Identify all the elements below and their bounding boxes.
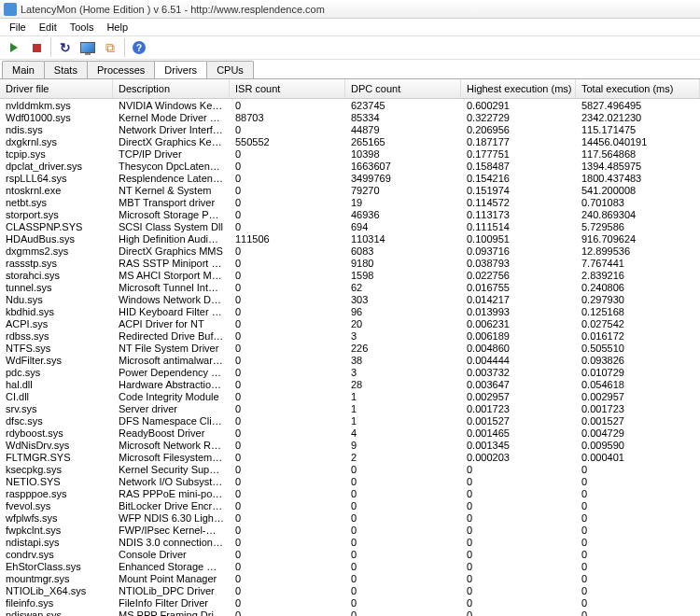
- table-row[interactable]: Ndu.sysWindows Network Data Usa...03030.…: [0, 293, 700, 305]
- cell-isr: 0: [230, 197, 345, 208]
- cell-desc: TCP/IP Driver: [113, 148, 230, 160]
- column-header[interactable]: DPC count: [345, 79, 461, 98]
- table-row[interactable]: FLTMGR.SYSMicrosoft Filesystem Filter Ma…: [0, 451, 700, 463]
- reload-button[interactable]: ↻: [55, 37, 76, 58]
- help-button[interactable]: ?: [129, 37, 149, 58]
- table-row[interactable]: ksecpkg.sysKernel Security Support Pro..…: [0, 463, 700, 475]
- cell-hi: 0.038793: [461, 258, 576, 269]
- tab-drivers[interactable]: Drivers: [154, 61, 207, 78]
- table-row[interactable]: dfsc.sysDFS Namespace Client Driver010.0…: [0, 414, 700, 427]
- table-row[interactable]: wfplwfs.sysWFP NDIS 6.30 Lightweight ...…: [0, 511, 700, 524]
- table-row[interactable]: EhStorClass.sysEnhanced Storage Class dr…: [0, 560, 700, 572]
- stop-button[interactable]: [26, 37, 47, 58]
- table-row[interactable]: Wdf01000.sysKernel Mode Driver Framew...…: [0, 111, 700, 123]
- cell-tot: 0.001723: [576, 403, 700, 414]
- monitor-button[interactable]: [77, 37, 98, 58]
- cell-isr: 0: [230, 270, 345, 281]
- column-header[interactable]: Total execution (ms): [576, 79, 700, 98]
- cell-isr: 0: [230, 573, 345, 584]
- table-row[interactable]: HDAudBus.sysHigh Definition Audio Bus Dr…: [0, 232, 700, 245]
- column-header[interactable]: Highest execution (ms): [461, 79, 576, 98]
- table-row[interactable]: fileinfo.sysFileInfo Filter Driver0000: [0, 596, 700, 609]
- cell-isr: 0: [230, 318, 345, 329]
- table-row[interactable]: tunnel.sysMicrosoft Tunnel Interface D..…: [0, 281, 700, 293]
- cell-dpc: 85334: [345, 112, 461, 123]
- cell-dpc: 1: [345, 391, 461, 402]
- table-row[interactable]: nvlddmkm.sysNVIDIA Windows Kernel Mod...…: [0, 99, 700, 111]
- cell-desc: MS AHCI Storport Miniport D...: [113, 270, 230, 281]
- table-row[interactable]: ndistapi.sysNDIS 3.0 connection wrapp...…: [0, 536, 700, 548]
- cell-isr: 0: [230, 500, 345, 511]
- column-header[interactable]: Description: [113, 79, 230, 98]
- table-row[interactable]: rassstp.sysRAS SSTP Miniport Call Mana..…: [0, 257, 700, 269]
- cell-dpc: 3: [345, 367, 461, 378]
- cell-file: netbt.sys: [0, 197, 113, 208]
- cell-isr: 0: [230, 330, 345, 342]
- processes-button[interactable]: ⧉: [100, 37, 120, 58]
- cell-tot: 0.701083: [576, 197, 700, 208]
- cell-hi: 0: [461, 609, 576, 617]
- menu-edit[interactable]: Edit: [34, 21, 63, 34]
- table-row[interactable]: mountmgr.sysMount Point Manager0000: [0, 572, 700, 584]
- table-row[interactable]: pdc.sysPower Dependency Coordin...030.00…: [0, 366, 700, 378]
- cell-dpc: 110314: [345, 233, 461, 245]
- tab-stats[interactable]: Stats: [44, 61, 88, 78]
- cell-file: WdNisDrv.sys: [0, 440, 113, 451]
- table-row[interactable]: rspLLL64.sysResplendence Latency Monit..…: [0, 172, 700, 184]
- table-row[interactable]: NTFS.sysNT File System Driver02260.00486…: [0, 342, 700, 354]
- cell-file: ACPI.sys: [0, 318, 113, 329]
- table-row[interactable]: NTIOLib_X64.sysNTIOLib_DPC Driver0000: [0, 584, 700, 596]
- table-row[interactable]: srv.sysServer driver010.0017230.001723: [0, 402, 700, 414]
- table-row[interactable]: rdbss.sysRedirected Drive Buffering S...…: [0, 329, 700, 342]
- table-row[interactable]: ACPI.sysACPI Driver for NT0200.0062310.0…: [0, 317, 700, 329]
- cell-tot: 0.004729: [576, 427, 700, 439]
- tab-processes[interactable]: Processes: [87, 61, 155, 78]
- table-row[interactable]: ndis.sysNetwork Driver Interface Sp...04…: [0, 123, 700, 135]
- table-row[interactable]: netbt.sysMBT Transport driver0190.114572…: [0, 196, 700, 208]
- cell-dpc: 96: [345, 306, 461, 317]
- cell-file: FLTMGR.SYS: [0, 452, 113, 463]
- cell-isr: 0: [230, 391, 345, 402]
- tab-main[interactable]: Main: [2, 61, 45, 78]
- cell-desc: Kernel Security Support Pro...: [113, 464, 230, 475]
- column-header[interactable]: Driver file: [0, 79, 113, 98]
- table-row[interactable]: ntoskrnl.exeNT Kernel & System0792700.15…: [0, 184, 700, 196]
- window-titlebar[interactable]: LatencyMon (Home Edition ) v 6.51 - http…: [0, 0, 700, 19]
- play-button[interactable]: [4, 37, 24, 58]
- column-header[interactable]: ISR count: [230, 79, 345, 98]
- cell-hi: 0.111514: [461, 221, 576, 232]
- table-row[interactable]: hal.dllHardware Abstraction Layer ...028…: [0, 378, 700, 390]
- table-row[interactable]: fvevol.sysBitLocker Drive Encryption ...…: [0, 499, 700, 511]
- table-row[interactable]: WdFilter.sysMicrosoft antimalware file s…: [0, 354, 700, 366]
- table-row[interactable]: WdNisDrv.sysMicrosoft Network Realtime I…: [0, 439, 700, 451]
- table-row[interactable]: storport.sysMicrosoft Storage Port Drive…: [0, 208, 700, 220]
- table-row[interactable]: rdyboost.sysReadyBoost Driver040.0014650…: [0, 427, 700, 439]
- table-row[interactable]: dxgkrnl.sysDirectX Graphics Kernel550552…: [0, 135, 700, 147]
- cell-file: HDAudBus.sys: [0, 233, 113, 245]
- table-row[interactable]: NETIO.SYSNetwork I/O Subsystem0000: [0, 475, 700, 487]
- menu-file[interactable]: File: [4, 21, 32, 34]
- table-row[interactable]: dxgmms2.sysDirectX Graphics MMS060830.09…: [0, 245, 700, 257]
- cell-isr: 0: [230, 294, 345, 305]
- menu-tools[interactable]: Tools: [64, 21, 100, 34]
- tab-cpus[interactable]: CPUs: [206, 61, 254, 78]
- cell-hi: 0.000203: [461, 452, 576, 463]
- table-row[interactable]: raspppoe.sysRAS PPPoE mini-port/call-m..…: [0, 487, 700, 499]
- play-icon: [10, 43, 18, 52]
- table-row[interactable]: dpclat_driver.sysThesycon DpcLatency Dri…: [0, 160, 700, 172]
- menu-help[interactable]: Help: [101, 21, 133, 34]
- table-row[interactable]: ndiswan.sysMS PPP Framing Driver (Str...…: [0, 609, 700, 616]
- table-row[interactable]: fwpkclnt.sysFWP/IPsec Kernel-Mode API000…: [0, 524, 700, 536]
- cell-file: NETIO.SYS: [0, 476, 113, 487]
- cell-file: tcpip.sys: [0, 148, 113, 160]
- table-row[interactable]: storahci.sysMS AHCI Storport Miniport D.…: [0, 269, 700, 281]
- table-row[interactable]: tcpip.sysTCP/IP Driver0103980.177751117.…: [0, 147, 700, 160]
- cell-dpc: 0: [345, 537, 461, 548]
- grid-body[interactable]: nvlddmkm.sysNVIDIA Windows Kernel Mod...…: [0, 99, 700, 616]
- cell-tot: 240.869304: [576, 209, 700, 220]
- table-row[interactable]: kbdhid.sysHID Keyboard Filter Driver0960…: [0, 305, 700, 317]
- cell-dpc: 0: [345, 512, 461, 524]
- table-row[interactable]: condrv.sysConsole Driver0000: [0, 548, 700, 560]
- table-row[interactable]: CI.dllCode Integrity Module010.0029570.0…: [0, 390, 700, 402]
- table-row[interactable]: CLASSPNP.SYSSCSI Class System Dll06940.1…: [0, 220, 700, 232]
